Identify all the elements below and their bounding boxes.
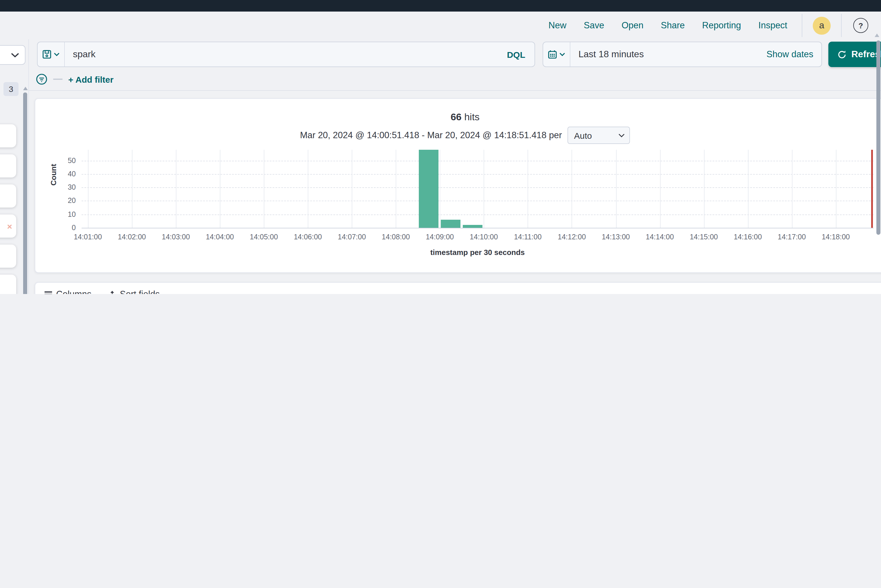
histogram-chart[interactable]: 0102030405014:01:0014:02:0014:03:0014:04… — [81, 150, 873, 228]
nav-link-share[interactable]: Share — [661, 20, 685, 31]
gridline — [81, 214, 873, 215]
y-axis-tick-label: 50 — [68, 156, 76, 165]
field-pill[interactable] — [0, 274, 16, 294]
selected-fields-count-badge: 3 — [3, 82, 18, 96]
saved-query-menu-button[interactable] — [38, 42, 65, 66]
date-picker: Last 18 minutes Show dates — [543, 42, 822, 67]
x-axis-tick-label: 14:10:00 — [470, 233, 498, 241]
table-toolbar: Columns Sort fields — [35, 283, 881, 294]
field-pill[interactable] — [0, 124, 16, 147]
gridline — [528, 150, 528, 228]
x-axis-tick-label: 14:11:00 — [514, 233, 541, 241]
chevron-down-icon — [619, 133, 625, 137]
filter-bar: + Add filter — [36, 70, 113, 88]
columns-button[interactable]: Columns — [45, 289, 92, 294]
x-axis-tick-label: 14:13:00 — [601, 233, 630, 241]
chevron-down-icon — [11, 52, 19, 57]
gridline — [352, 150, 352, 228]
time-range-value[interactable]: Last 18 minutes — [570, 49, 767, 60]
calendar-icon — [548, 50, 557, 59]
gridline — [660, 150, 660, 228]
x-axis-tick-label: 14:06:00 — [294, 233, 322, 241]
chevron-down-icon — [559, 52, 565, 56]
top-navigation: NewSaveOpenShareReportingInspect a ? — [0, 12, 881, 39]
gridline — [396, 150, 397, 228]
nav-link-open[interactable]: Open — [622, 20, 643, 31]
y-axis-title: Count — [49, 164, 58, 186]
show-dates-button[interactable]: Show dates — [767, 49, 821, 60]
time-range-subtitle: Mar 20, 2024 @ 14:00:51.418 - Mar 20, 20… — [300, 130, 562, 141]
nav-divider — [841, 14, 842, 37]
save-icon — [42, 50, 51, 59]
filter-icon[interactable] — [36, 74, 47, 85]
current-time-marker — [871, 150, 873, 228]
field-pill[interactable]: × — [0, 214, 16, 238]
collapse-sidebar-button[interactable] — [0, 45, 26, 65]
query-language-button[interactable]: DQL — [507, 50, 535, 59]
gridline — [81, 160, 873, 161]
gridline — [176, 150, 176, 228]
histogram-panel: 66 hits Mar 20, 2024 @ 14:00:51.418 - Ma… — [35, 98, 881, 273]
list-icon — [45, 291, 52, 294]
query-bar: spark DQL — [37, 42, 535, 67]
nav-divider — [802, 14, 802, 37]
sidebar-scroll-up-arrow[interactable] — [23, 87, 28, 90]
sort-fields-button[interactable]: Sort fields — [109, 289, 160, 294]
histogram-bar[interactable] — [419, 150, 439, 228]
help-icon[interactable]: ? — [853, 18, 868, 33]
sidebar-scrollbar[interactable] — [23, 93, 27, 294]
gridline — [484, 150, 484, 228]
refresh-icon — [837, 50, 846, 59]
quick-select-menu-button[interactable] — [543, 42, 570, 66]
y-axis-tick-label: 10 — [68, 210, 76, 218]
field-pill[interactable] — [0, 154, 16, 177]
nav-link-new[interactable]: New — [549, 20, 566, 31]
filter-dash — [53, 79, 63, 80]
interval-select[interactable]: Auto — [568, 127, 630, 144]
hits-count: 66 hits — [35, 112, 881, 123]
search-input[interactable]: spark — [65, 49, 507, 60]
x-axis-tick-label: 14:18:00 — [822, 233, 850, 241]
x-axis-tick-label: 14:14:00 — [646, 233, 674, 241]
x-axis-tick-label: 14:03:00 — [162, 233, 190, 241]
x-axis-tick-label: 14:02:00 — [118, 233, 146, 241]
nav-link-inspect[interactable]: Inspect — [758, 20, 787, 31]
x-axis-tick-label: 14:04:00 — [206, 233, 234, 241]
gridline — [220, 150, 220, 228]
x-axis-tick-label: 14:01:00 — [74, 233, 102, 241]
sort-arrows-icon — [109, 290, 116, 294]
x-axis-tick-label: 14:16:00 — [734, 233, 762, 241]
x-axis-tick-label: 14:15:00 — [690, 233, 718, 241]
add-filter-button[interactable]: + Add filter — [68, 74, 113, 84]
gridline — [836, 150, 836, 228]
y-axis-tick-label: 20 — [68, 197, 76, 205]
gridline — [572, 150, 573, 228]
header-divider — [29, 90, 881, 91]
field-pill[interactable] — [0, 184, 16, 208]
gridline — [616, 150, 616, 228]
field-pill[interactable] — [0, 244, 16, 268]
x-axis-tick-label: 14:09:00 — [426, 233, 454, 241]
nav-link-save[interactable]: Save — [584, 20, 604, 31]
x-axis-tick-label: 14:05:00 — [250, 233, 278, 241]
gridline — [748, 150, 748, 228]
histogram-bar[interactable] — [441, 220, 461, 228]
refresh-button[interactable]: Refresh — [828, 42, 881, 67]
gridline — [81, 201, 873, 201]
gridline — [792, 150, 792, 228]
y-axis-tick-label: 40 — [68, 170, 76, 178]
x-axis-tick-label: 14:17:00 — [778, 233, 806, 241]
y-axis-tick-label: 30 — [68, 183, 76, 191]
gridline — [132, 150, 132, 228]
gridline — [440, 150, 440, 228]
gridline — [264, 150, 265, 228]
page-scroll-up-arrow[interactable] — [875, 33, 879, 37]
x-axis-tick-label: 14:08:00 — [382, 233, 410, 241]
page-scrollbar[interactable] — [876, 40, 880, 235]
histogram-bar[interactable] — [463, 225, 483, 228]
avatar[interactable]: a — [813, 16, 831, 34]
x-axis-tick-label: 14:07:00 — [338, 233, 366, 241]
nav-link-reporting[interactable]: Reporting — [702, 20, 741, 31]
remove-field-icon[interactable]: × — [7, 221, 12, 231]
x-axis-title: timestamp per 30 seconds — [81, 248, 873, 257]
